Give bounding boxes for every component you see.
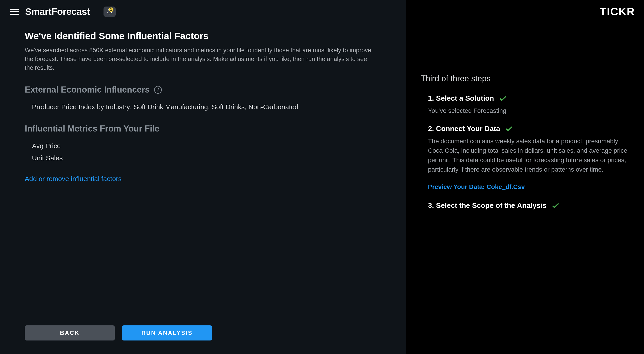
page-title: We've Identified Some Influential Factor… [25,31,382,42]
check-icon [552,203,559,208]
step-title-text: 1. Select a Solution [428,94,494,103]
step-item: 2. Connect Your Data The document contai… [421,125,635,174]
preview-data-link[interactable]: Preview Your Data: Coke_df.Csv [421,183,635,191]
step-description: The document contains weekly sales data … [428,136,635,174]
section-external-title: External Economic Influencers i [25,85,382,95]
step-title-text: 3. Select the Scope of the Analysis [428,201,546,210]
notification-count: 1 [109,8,114,12]
check-icon [499,96,506,101]
menu-icon[interactable] [9,8,20,16]
list-item: Avg Price [32,140,382,152]
brand-logo: TICKR [600,6,635,18]
steps-header: Third of three steps [421,74,635,83]
step-title: 1. Select a Solution [428,94,635,103]
list-item: Unit Sales [32,152,382,164]
page-description: We've searched across 850K external econ… [25,46,374,72]
info-icon[interactable]: i [154,86,162,94]
app-title: SmartForecast [25,6,90,17]
step-item: 1. Select a Solution You've selected For… [421,94,635,116]
back-button[interactable]: BACK [25,325,115,340]
section-file-title: Influential Metrics From Your File [25,124,382,134]
section-external-label: External Economic Influencers [25,85,150,95]
add-remove-link[interactable]: Add or remove influential factors [25,175,122,182]
step-item: 3. Select the Scope of the Analysis [421,201,635,210]
step-title: 2. Connect Your Data [428,125,635,133]
step-title: 3. Select the Scope of the Analysis [428,201,635,210]
check-icon [506,126,513,132]
file-list: Avg Price Unit Sales [25,140,382,164]
notification-button[interactable]: 1 [104,7,116,17]
list-item: Producer Price Index by Industry: Soft D… [32,101,382,113]
step-description: You've selected Forecasting [428,106,635,116]
step-title-text: 2. Connect Your Data [428,125,500,133]
run-analysis-button[interactable]: RUN ANALYSIS [122,325,212,340]
external-list: Producer Price Index by Industry: Soft D… [25,101,382,113]
